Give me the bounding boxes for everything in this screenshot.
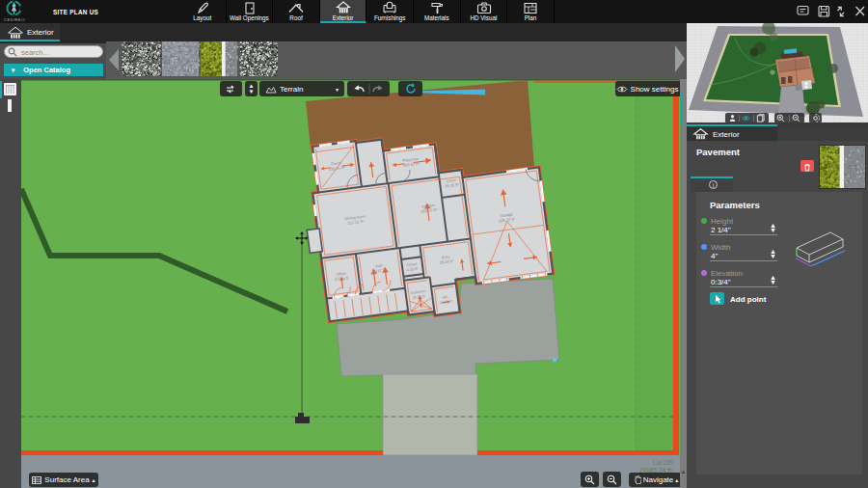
svg-text:WC: WC xyxy=(442,295,448,300)
svg-text:CEDREO: CEDREO xyxy=(4,17,26,22)
svg-text:Lot 220: Lot 220 xyxy=(653,459,674,466)
